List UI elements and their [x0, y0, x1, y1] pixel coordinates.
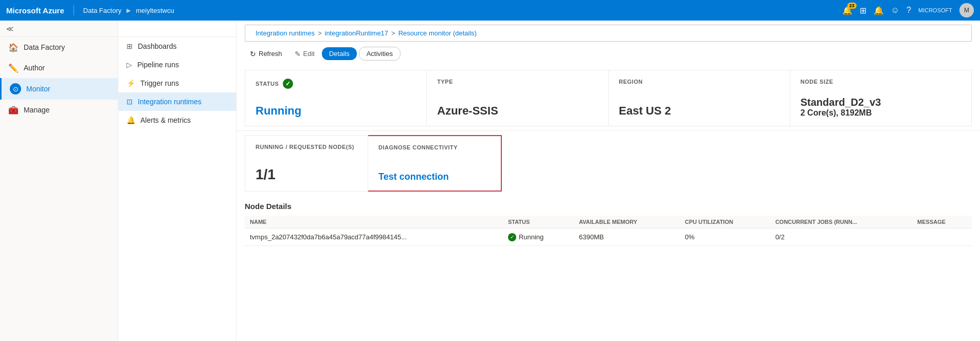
node-status-value: Running: [519, 233, 543, 241]
notification-icon[interactable]: 🔔 23: [842, 6, 852, 15]
breadcrumb-link1[interactable]: Integration runtimes: [256, 29, 315, 37]
row-status-check-icon: ✓: [508, 233, 516, 241]
breadcrumb-current: Resource monitor (details): [398, 29, 477, 37]
status-check-icon: ✓: [283, 79, 293, 89]
breadcrumb-link2[interactable]: integrationRuntime17: [325, 29, 389, 37]
type-card: TYPE Azure-SSIS: [427, 70, 608, 126]
running-nodes-label: RUNNING / REQUESTED NODE(S): [256, 144, 357, 150]
node-size-card: NODE SIZE Standard_D2_v3 2 Core(s), 8192…: [790, 70, 972, 126]
node-memory: 6390MB: [574, 229, 680, 246]
running-nodes-card: RUNNING / REQUESTED NODE(S) 1/1: [245, 135, 368, 192]
bell-icon[interactable]: 🔔: [874, 6, 884, 15]
node-details-title: Node Details: [245, 202, 972, 211]
nav-item-monitor-label: Monitor: [26, 85, 50, 93]
status-label: STATUS ✓: [256, 79, 416, 89]
monitor-icon: ⊙: [10, 83, 21, 94]
topbar-nav1[interactable]: Data Factory: [83, 7, 121, 14]
content-area: Integration runtimes > integrationRuntim…: [237, 21, 980, 341]
tab-details-label: Details: [329, 50, 350, 58]
region-label: REGION: [619, 79, 779, 85]
subnav-pipeline-runs-label: Pipeline runs: [137, 61, 179, 69]
topbar: Microsoft Azure Data Factory ▶ meiyltest…: [0, 0, 980, 21]
subnav-dashboards[interactable]: ⊞ Dashboards: [118, 37, 236, 55]
nav-item-author[interactable]: ✏️ Author: [0, 58, 118, 78]
topbar-nav-arrow: ▶: [126, 7, 131, 14]
subnav-items: ⊞ Dashboards ▷ Pipeline runs ⚡ Trigger r…: [118, 37, 236, 129]
main-layout: ≪ 🏠 Data Factory ✏️ Author ⊙ Monitor 🧰 M…: [0, 21, 980, 341]
node-table-body: tvmps_2a207432f0da7b6a45a79acd77a4f99841…: [245, 229, 972, 246]
node-jobs: 0/2: [770, 229, 912, 246]
manage-icon: 🧰: [8, 105, 19, 115]
tab-activities-button[interactable]: Activities: [359, 47, 401, 61]
alerts-metrics-icon: 🔔: [126, 116, 135, 124]
nav-collapse-header: ≪: [0, 21, 118, 37]
trigger-runs-icon: ⚡: [126, 79, 135, 87]
refresh-button[interactable]: ↻ Refresh: [245, 47, 287, 61]
diagnose-label: DIAGNOSE CONNECTIVITY: [378, 144, 491, 150]
node-status: ✓ Running: [503, 229, 574, 246]
status-card: STATUS ✓ Running: [245, 70, 427, 126]
node-size-label: NODE SIZE: [801, 79, 961, 85]
region-card: REGION East US 2: [609, 70, 790, 126]
node-table-header: NAME STATUS AVAILABLE MEMORY CPU UTILIZA…: [245, 216, 972, 229]
topbar-nav2[interactable]: meiyltestwcu: [136, 7, 174, 14]
user-label: MICROSOFT: [918, 7, 952, 13]
running-nodes-value: 1/1: [256, 166, 357, 183]
subnav-integration-runtimes-label: Integration runtimes: [138, 98, 202, 106]
tab-details-button[interactable]: Details: [322, 47, 357, 60]
nav-item-manage[interactable]: 🧰 Manage: [0, 100, 118, 120]
cards-row-1: STATUS ✓ Running TYPE Azure-SSIS REGION …: [237, 64, 980, 131]
node-name: tvmps_2a207432f0da7b6a45a79acd77a4f99841…: [245, 229, 503, 246]
node-size-value: Standard_D2_v3: [801, 97, 961, 108]
table-row: tvmps_2a207432f0da7b6a45a79acd77a4f99841…: [245, 229, 972, 246]
nav-items: 🏠 Data Factory ✏️ Author ⊙ Monitor 🧰 Man…: [0, 37, 118, 120]
breadcrumb-sep2: >: [391, 29, 395, 37]
nav-item-author-label: Author: [24, 64, 45, 72]
type-value: Azure-SSIS: [437, 104, 597, 118]
toolbar: ↻ Refresh ✎ Edit Details Activities: [237, 44, 980, 64]
help-icon[interactable]: ?: [906, 6, 911, 15]
grid-icon[interactable]: ⊞: [860, 6, 866, 15]
status-value: Running: [256, 104, 416, 118]
breadcrumb-sep1: >: [318, 29, 322, 37]
col-memory: AVAILABLE MEMORY: [574, 216, 680, 229]
author-icon: ✏️: [8, 63, 19, 73]
subnav-trigger-runs[interactable]: ⚡ Trigger runs: [118, 74, 236, 92]
edit-label: Edit: [303, 50, 315, 58]
node-details-table: NAME STATUS AVAILABLE MEMORY CPU UTILIZA…: [245, 216, 972, 246]
notification-badge: 23: [847, 3, 857, 9]
type-label: TYPE: [437, 79, 597, 85]
running-badge: ✓ Running: [508, 233, 543, 241]
subnav-header: [118, 21, 236, 37]
subnav-dashboards-label: Dashboards: [138, 42, 177, 50]
col-status: STATUS: [503, 216, 574, 229]
subnav: ⊞ Dashboards ▷ Pipeline runs ⚡ Trigger r…: [118, 21, 237, 341]
region-value: East US 2: [619, 104, 779, 118]
pipeline-runs-icon: ▷: [126, 61, 132, 69]
subnav-alerts-metrics[interactable]: 🔔 Alerts & metrics: [118, 111, 236, 129]
node-message: [912, 229, 972, 246]
diagnose-card: DIAGNOSE CONNECTIVITY Test connection: [368, 135, 502, 192]
topbar-right: 🔔 23 ⊞ 🔔 ☺ ? MICROSOFT M: [842, 3, 974, 17]
subnav-integration-runtimes[interactable]: ⊡ Integration runtimes: [118, 92, 236, 111]
nav-item-data-factory[interactable]: 🏠 Data Factory: [0, 37, 118, 58]
refresh-label: Refresh: [259, 50, 282, 58]
col-cpu: CPU UTILIZATION: [680, 216, 770, 229]
test-connection-link[interactable]: Test connection: [378, 172, 491, 182]
nav-item-monitor[interactable]: ⊙ Monitor: [0, 78, 118, 100]
smiley-icon[interactable]: ☺: [891, 6, 899, 15]
node-size-values: Standard_D2_v3 2 Core(s), 8192MB: [801, 97, 961, 118]
edit-button[interactable]: ✎ Edit: [289, 47, 320, 61]
node-details-section: Node Details NAME STATUS AVAILABLE MEMOR…: [237, 196, 980, 246]
subnav-alerts-metrics-label: Alerts & metrics: [140, 116, 191, 124]
left-nav: ≪ 🏠 Data Factory ✏️ Author ⊙ Monitor 🧰 M…: [0, 21, 118, 341]
subnav-trigger-runs-label: Trigger runs: [140, 79, 179, 87]
subnav-pipeline-runs[interactable]: ▷ Pipeline runs: [118, 55, 236, 74]
collapse-icon[interactable]: ≪: [6, 25, 14, 33]
node-cpu: 0%: [680, 229, 770, 246]
data-factory-icon: 🏠: [8, 42, 19, 52]
edit-icon: ✎: [295, 50, 301, 58]
col-message: MESSAGE: [912, 216, 972, 229]
brand-label: Microsoft Azure: [6, 6, 64, 15]
avatar[interactable]: M: [959, 3, 974, 17]
